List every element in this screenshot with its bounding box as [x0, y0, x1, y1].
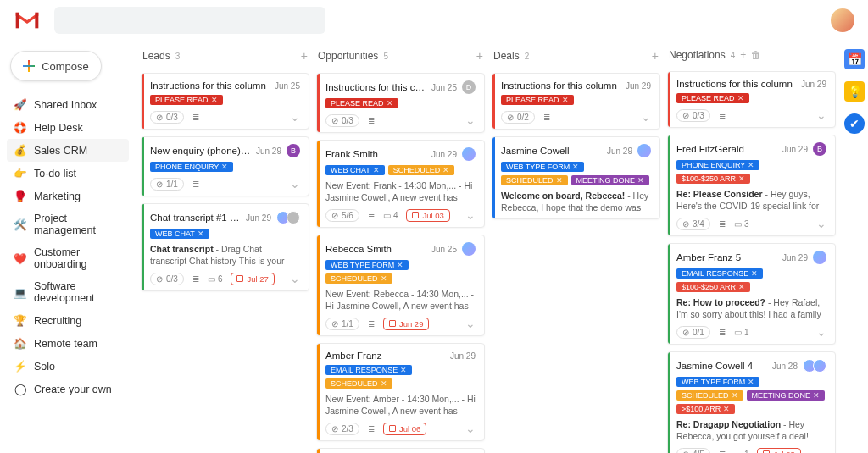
tag-arr-100-250[interactable]: $100-$250 ARR✕ [676, 174, 750, 184]
tag-web-chat[interactable]: Web chat✕ [150, 229, 209, 239]
tag-email-response[interactable]: Email response✕ [676, 268, 763, 279]
avatar: B [813, 142, 826, 156]
tag-please-read[interactable]: PLEASE READ✕ [676, 93, 749, 103]
sidebar-item-solo[interactable]: ⚡Solo [7, 355, 129, 378]
sidebar-item-shared-inbox[interactable]: 🚀Shared Inbox [7, 93, 129, 116]
due-date-pill[interactable]: Jul 27 [231, 273, 274, 285]
sidebar-item-marketing[interactable]: 🥊Marketing [7, 185, 129, 207]
glove-icon: 🥊 [14, 190, 27, 202]
chevron-down-icon[interactable]: ⌄ [465, 208, 476, 222]
tag-phone-enquiry[interactable]: Phone enquiry✕ [676, 160, 760, 170]
chevron-down-icon[interactable]: ⌄ [816, 447, 826, 453]
laptop-icon: 💻 [14, 286, 27, 299]
tag-scheduled[interactable]: Scheduled✕ [501, 175, 568, 185]
card-fred-fitzgerald-neg[interactable]: Fred FitzGeraldJun 29B Phone enquiry✕$10… [667, 135, 836, 236]
card-jasmine-cowell-neg[interactable]: Jasmine Cowell 4Jun 28 Web type form✕Sch… [667, 351, 836, 453]
trophy-icon: 🏆 [14, 314, 27, 327]
tag-please-read[interactable]: PLEASE READ✕ [150, 95, 223, 105]
avatar-stack [276, 211, 300, 224]
description-icon [192, 274, 199, 284]
column-header-negs: Negotiations 4 +🗑 [667, 47, 836, 64]
calendar-icon [236, 275, 243, 282]
due-date-pill[interactable]: Jun 29 [383, 318, 430, 330]
add-card-button[interactable]: + [301, 49, 308, 63]
keep-sidepanel-icon[interactable]: 💡 [844, 81, 865, 102]
pointer-icon: 👉 [14, 167, 27, 180]
chevron-down-icon[interactable]: ⌄ [816, 325, 826, 339]
sidebar-item-sales-crm[interactable]: 💰Sales CRM [7, 139, 129, 162]
gmail-logo[interactable] [14, 10, 41, 30]
chevron-down-icon[interactable]: ⌄ [465, 317, 476, 330]
avatar: D [462, 80, 476, 94]
calendar-sidepanel-icon[interactable]: 📅 [844, 49, 865, 69]
column-negotiations: Negotiations 4 +🗑 Instructions for this … [667, 47, 836, 446]
card-instructions[interactable]: Instructions for this columnJun 29 PLEAS… [667, 71, 836, 128]
card-new-enquiry[interactable]: New enquiry (phone) + Fred FitzGeraldJun… [141, 136, 309, 196]
tag-web-type-form[interactable]: Web type form✕ [326, 260, 409, 270]
chevron-down-icon[interactable]: ⌄ [465, 113, 476, 127]
tasks-sidepanel-icon[interactable]: ✔ [844, 113, 865, 134]
chevron-down-icon[interactable]: ⌄ [290, 110, 300, 124]
chevron-down-icon[interactable]: ⌄ [290, 272, 300, 285]
profile-avatar[interactable] [831, 8, 854, 32]
add-card-button[interactable]: + [476, 49, 483, 63]
card-instructions[interactable]: Instructions for this columnJun 29 PLEAS… [492, 73, 660, 130]
column-leads: Leads 3 + Instructions for this columnJu… [141, 47, 309, 446]
tag-phone-enquiry[interactable]: Phone enquiry✕ [150, 162, 233, 172]
tag-please-read[interactable]: PLEASE READ✕ [326, 98, 398, 108]
chevron-down-icon[interactable]: ⌄ [641, 110, 651, 124]
card-jasmine-cowell[interactable]: Jasmine CowellJun 29 Web type form✕Sched… [492, 136, 660, 219]
sidebar-item-software-dev[interactable]: 💻Software development [7, 275, 129, 309]
sidebar-item-remote-team[interactable]: 🏠Remote team [7, 332, 129, 355]
card-rebecca-smith[interactable]: Rebecca SmithJun 25 Web type form✕Schedu… [316, 235, 485, 336]
tag-scheduled[interactable]: Scheduled✕ [326, 273, 392, 284]
moneybag-icon: 💰 [14, 144, 27, 157]
tag-web-type-form[interactable]: Web type form✕ [676, 377, 760, 387]
description-icon [192, 113, 199, 122]
sidebar: Compose 🚀Shared Inbox 🛟Help Desk 💰Sales … [0, 41, 136, 453]
chevron-down-icon[interactable]: ⌄ [290, 177, 300, 191]
column-title: Leads [142, 50, 170, 62]
card-chat-transcript[interactable]: Chat transcript #1 - Client Frank Le...J… [141, 203, 309, 291]
chevron-down-icon[interactable]: ⌄ [816, 108, 826, 122]
chevron-down-icon[interactable]: ⌄ [816, 217, 826, 230]
column-header-deals: Deals 2 + [492, 47, 660, 66]
chevron-down-icon[interactable]: ⌄ [465, 422, 476, 435]
due-date-pill[interactable]: Jul 03 [757, 448, 800, 454]
due-date-pill[interactable]: Jul 03 [406, 209, 449, 222]
card-frank-smith[interactable]: Frank SmithJun 29 Web chat✕Scheduled✕ Ne… [316, 140, 485, 228]
tag-meeting-done[interactable]: Meeting done✕ [571, 175, 650, 185]
avatar [462, 147, 476, 161]
tag-scheduled[interactable]: Scheduled✕ [388, 165, 455, 175]
card-amber-franz[interactable]: Amber FranzJun 29 Email response✕Schedul… [316, 343, 485, 441]
add-card-button[interactable]: + [740, 49, 746, 61]
tag-meeting-done[interactable]: Meeting done✕ [747, 390, 826, 401]
tag-arr-100-250[interactable]: $100-$250 ARR✕ [676, 282, 750, 292]
sidebar-item-todo[interactable]: 👉To-do list [7, 162, 129, 185]
kanban-board: Leads 3 + Instructions for this columnJu… [136, 41, 841, 453]
tag-scheduled[interactable]: Scheduled✕ [326, 378, 392, 389]
card-fred-fitzgerald[interactable]: Fred FitzgeraldJun 29B Phone enquiry✕ Ne… [316, 448, 485, 453]
sidebar-item-recruiting[interactable]: 🏆Recruiting [7, 309, 129, 332]
tag-scheduled[interactable]: Scheduled✕ [676, 390, 743, 401]
sidebar-item-help-desk[interactable]: 🛟Help Desk [7, 116, 129, 139]
tag-email-response[interactable]: Email response✕ [326, 365, 412, 375]
column-count: 3 [175, 52, 181, 61]
sidebar-item-project-mgmt[interactable]: 🛠️Project management [7, 207, 129, 241]
compose-button[interactable]: Compose [10, 51, 102, 81]
delete-column-button[interactable]: 🗑 [751, 49, 761, 61]
description-icon [192, 180, 199, 189]
avatar [637, 144, 651, 157]
card-instructions[interactable]: Instructions for this columnJun 25D PLEA… [316, 73, 485, 133]
card-amber-franz-neg[interactable]: Amber Franz 5Jun 29 Email response✕$100-… [667, 243, 836, 345]
due-date-pill[interactable]: Jul 06 [383, 423, 426, 435]
tag-please-read[interactable]: PLEASE READ✕ [501, 95, 574, 105]
add-card-button[interactable]: + [652, 49, 659, 63]
tag-web-chat[interactable]: Web chat✕ [326, 165, 385, 175]
tag-web-type-form[interactable]: Web type form✕ [501, 162, 584, 172]
tag-arr-100[interactable]: >$100 ARR✕ [676, 404, 735, 414]
search-input[interactable] [54, 7, 326, 34]
card-instructions[interactable]: Instructions for this columnJun 25 PLEAS… [141, 73, 309, 130]
sidebar-item-create-own[interactable]: ◯Create your own [7, 378, 129, 401]
sidebar-item-onboarding[interactable]: ❤️Customer onboarding [7, 241, 129, 275]
